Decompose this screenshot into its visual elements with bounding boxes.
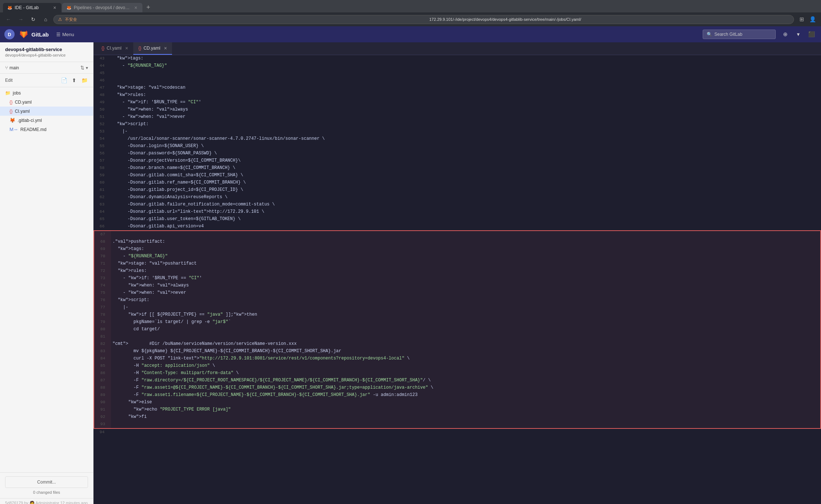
back-button[interactable]: ← [4,15,13,24]
code-line: 87 -F "raw.directory=/${CI_PROJECT_ROOT_… [94,377,820,384]
file-name-ci: CI.yaml [15,109,30,114]
line-content: -Dsonar.gitlab.commit_sha=${CI_COMMIT_SH… [110,172,821,179]
extensions-button[interactable]: ⊞ [797,15,806,24]
highlighted-code-block: 6768."val">pushartifact:69 "kw">tags:70 … [93,230,821,429]
code-line: 90 "kw">else [94,399,820,406]
file-ci-yaml[interactable]: {} CI.yaml [0,107,93,116]
file-readme[interactable]: M↔ README.md [0,125,93,134]
code-line: 81 [94,333,820,341]
file-icon-ci: {} [9,108,13,114]
code-line: 45 [93,70,821,77]
header-search[interactable]: 🔍 Search GitLab [703,30,776,39]
code-editor[interactable]: 43 "kw">tags:44 - "${RUNNER_TAG}"454647 … [93,55,821,504]
forward-button[interactable]: → [16,15,26,24]
menu-button[interactable]: ☰ Menu [53,30,77,39]
line-content: |- [110,128,821,135]
line-number: 64 [93,208,110,216]
file-cd-yaml[interactable]: {} CD.yaml [0,97,93,107]
project-name: devops4-gitlablib-service [5,47,88,52]
branch-dropdown-icon[interactable]: ▾ [86,65,88,70]
line-content [111,231,820,238]
tab-icon-ci: {} [102,46,104,51]
line-number: 79 [94,319,111,326]
browser-tab-pipelines[interactable]: 🦊 Pipelines - devops4 / devops4-... × [62,3,142,12]
line-number: 69 [94,246,111,253]
line-content: pkgName=`ls target/ | grep -e "jar$"` [111,319,820,326]
edit-section: Edit 📄 ⬆ 📁 [0,74,93,87]
reload-button[interactable]: ↻ [28,15,38,24]
line-content: ."val">pushartifact: [111,238,820,246]
line-content: "kw">when: "val">always [111,282,820,289]
folder-name: jobs [13,91,21,96]
line-number: 67 [94,231,111,238]
line-content: - "kw">when: "val">never [111,289,820,297]
code-line: 46 [93,77,821,84]
line-content: "kw">rules: [111,268,820,275]
line-number: 43 [93,55,110,62]
file-gitlab-ci[interactable]: 🦊 .gitlab-ci.yml [0,116,93,125]
profile-button[interactable]: 👤 [808,15,817,24]
line-number: 63 [93,201,110,208]
line-number: 75 [94,289,111,297]
tab-favicon-ide: 🦊 [7,5,12,10]
tab-close-ide[interactable]: × [53,5,57,10]
code-line: 83 mv ${pkgName} ${CI_PROJECT_NAME}-${CI… [94,348,820,355]
editor-tabs: {} CI.yaml × {} CD.yaml × [93,42,821,55]
line-number: 48 [93,92,110,99]
code-line: 93 [94,421,820,428]
tab-close-ci[interactable]: × [125,45,128,51]
code-line: 43 "kw">tags: [93,55,821,62]
line-number: 94 [93,429,110,436]
security-icon: ⚠ [58,17,62,22]
file-name-cd: CD.yaml [15,100,32,105]
line-number: 87 [94,377,111,384]
home-button[interactable]: ⌂ [41,15,50,24]
code-line: 61 -Dsonar.gitlab.project_id=${CI_PROJEC… [93,186,821,194]
line-content [111,421,820,428]
new-file-icon[interactable]: 📄 [60,77,68,84]
merge-icon[interactable]: ⇅ [80,65,84,70]
tab-cd-yaml[interactable]: {} CD.yaml × [133,42,172,55]
code-line: 72 "kw">rules: [94,268,820,275]
branch-selector[interactable]: ⑂ main [5,65,78,70]
tab-close-pipelines[interactable]: × [134,5,138,10]
line-content: - "${RUNNER_TAG}" [110,62,821,70]
code-line: 94 [93,429,821,436]
line-number: 59 [93,172,110,179]
line-number: 53 [93,128,110,135]
new-folder-icon[interactable]: 📁 [81,77,88,84]
line-content: "kw">when: "val">always [110,106,821,114]
sidebar: devops4-gitlablib-service devops4/devops… [0,42,93,504]
line-content: "kw">fi [111,413,820,421]
line-number: 89 [94,392,111,399]
user-avatar[interactable]: D [4,29,15,39]
line-content: -Dsonar.login=${SONAR_USER} \ [110,143,821,150]
line-number: 82 [94,341,111,348]
line-number: 44 [93,62,110,70]
code-line: 84 curl -X POST "link-text">"http://172.… [94,355,820,362]
code-line: 70 - "${RUNNER_TAG}" [94,253,820,260]
line-content: |- [111,304,820,311]
url-text: 不安全 [65,17,425,22]
line-content: "cmt"> #Dir /buName/serviceName/version/… [111,341,820,348]
browser-tab-ide[interactable]: 🦊 IDE - GitLab × [3,3,61,12]
line-content: -Dsonar.gitlab.ref_name=${CI_COMMIT_BRAN… [110,179,821,186]
folder-jobs[interactable]: 📁 jobs [0,89,93,97]
code-line: 89 -F "raw.asset1.filename=${CI_PROJECT_… [94,392,820,399]
terminal-icon[interactable]: ⬛ [806,29,817,39]
upload-icon[interactable]: ⬆ [70,77,78,84]
new-tab-button[interactable]: + [143,2,153,12]
line-number: 46 [93,77,110,84]
line-content: "kw">tags: [111,246,820,253]
tab-ci-yaml[interactable]: {} CI.yaml × [96,42,133,55]
line-content: "kw">echo "PROJECT_TYPE ERROR [java]" [111,406,820,413]
line-content: -Dsonar.gitlab.failure_notification_mode… [110,201,821,208]
create-icon[interactable]: ⊕ [780,29,790,39]
tab-close-cd[interactable]: × [164,45,167,51]
line-content: -F "raw.directory=/${CI_PROJECT_ROOT_NAM… [111,377,820,384]
address-bar[interactable]: ⚠ 不安全 172.29.9.101/-/ide/project/devops4… [53,15,794,24]
chevron-down-icon[interactable]: ▾ [793,29,803,39]
line-content: - "kw">if: '$RUN_TYPE == "CI"' [111,275,820,282]
commit-button[interactable]: Commit... [5,476,88,488]
line-content: -Dsonar.dynamicAnalysis=reuseReports \ [110,194,821,201]
